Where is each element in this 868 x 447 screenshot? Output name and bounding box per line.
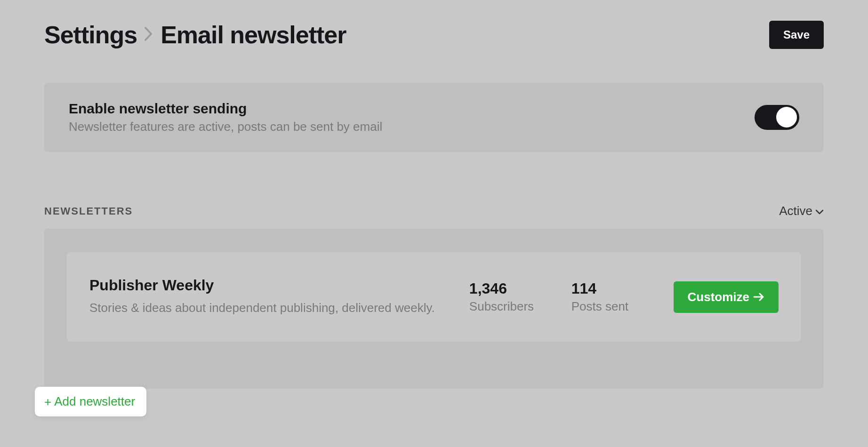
newsletters-container: Publisher Weekly Stories & ideas about i… (44, 229, 824, 389)
add-newsletter-button[interactable]: + Add newsletter (35, 387, 146, 416)
subscribers-value: 1,346 (469, 280, 540, 297)
enable-newsletter-text: Enable newsletter sending Newsletter fea… (69, 101, 382, 134)
newsletters-filter-select[interactable]: Active (779, 204, 824, 218)
filter-select-label: Active (779, 204, 812, 218)
enable-newsletter-toggle[interactable] (755, 105, 799, 130)
plus-icon: + (44, 396, 51, 408)
enable-newsletter-title: Enable newsletter sending (69, 101, 382, 117)
newsletters-section-header: NEWSLETTERS Active (44, 204, 824, 218)
header-row: Settings Email newsletter Save (0, 0, 868, 49)
breadcrumb-current: Email newsletter (161, 21, 346, 49)
subscribers-label: Subscribers (469, 299, 540, 314)
enable-newsletter-description: Newsletter features are active, posts ca… (69, 120, 382, 134)
customize-button[interactable]: Customize (674, 281, 779, 313)
newsletter-description: Stories & ideas about independent publis… (89, 299, 438, 317)
chevron-right-icon (144, 26, 154, 44)
newsletter-card: Publisher Weekly Stories & ideas about i… (67, 252, 801, 342)
posts-sent-stat: 114 Posts sent (571, 280, 642, 314)
posts-sent-value: 114 (571, 280, 642, 297)
posts-sent-label: Posts sent (571, 299, 642, 314)
subscribers-stat: 1,346 Subscribers (469, 280, 540, 314)
newsletter-title: Publisher Weekly (89, 277, 438, 294)
chevron-down-icon (815, 204, 824, 218)
save-button[interactable]: Save (769, 21, 824, 49)
arrow-right-icon (753, 290, 764, 304)
customize-button-label: Customize (688, 290, 749, 304)
enable-newsletter-card: Enable newsletter sending Newsletter fea… (44, 83, 824, 152)
breadcrumb: Settings Email newsletter (44, 21, 346, 49)
newsletters-label: NEWSLETTERS (44, 205, 133, 217)
newsletter-info: Publisher Weekly Stories & ideas about i… (89, 277, 438, 317)
breadcrumb-parent[interactable]: Settings (44, 21, 137, 49)
toggle-knob (776, 107, 797, 128)
add-newsletter-label: Add newsletter (54, 394, 135, 409)
